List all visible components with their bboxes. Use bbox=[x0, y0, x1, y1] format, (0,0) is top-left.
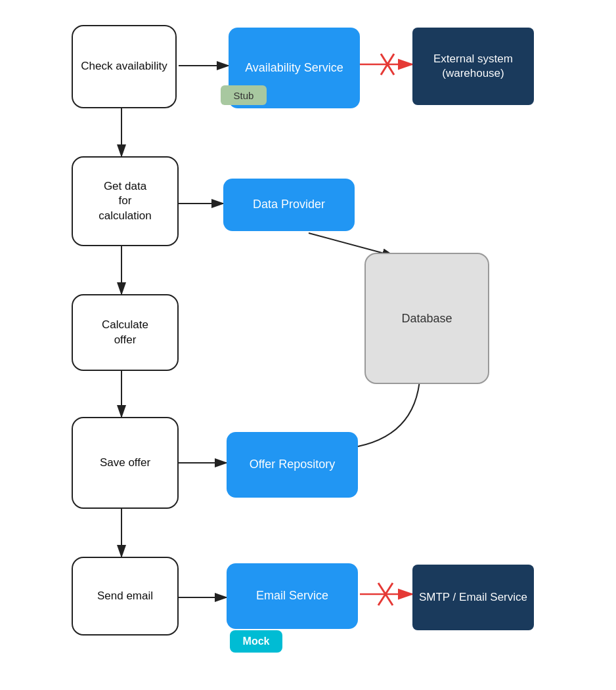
offer-repository-label: Offer Repository bbox=[250, 457, 336, 472]
calculate-offer-label: Calculateoffer bbox=[102, 318, 148, 347]
database-label: Database bbox=[401, 312, 452, 326]
save-offer-label: Save offer bbox=[100, 456, 150, 470]
smtp-label: SMTP / Email Service bbox=[419, 590, 527, 605]
svg-line-4 bbox=[381, 54, 394, 75]
data-provider-label: Data Provider bbox=[253, 197, 325, 212]
check-availability-label: Check availability bbox=[81, 59, 167, 74]
stub-label: Stub bbox=[234, 90, 254, 101]
mock-label: Mock bbox=[243, 636, 270, 647]
database-box: Database bbox=[364, 253, 489, 384]
save-offer-node: Save offer bbox=[72, 417, 179, 509]
svg-line-15 bbox=[378, 583, 393, 605]
calculate-offer-node: Calculateoffer bbox=[72, 294, 179, 371]
offer-repository-box: Offer Repository bbox=[227, 432, 358, 498]
stub-badge: Stub bbox=[221, 85, 267, 105]
diagram: Check availability Get dataforcalculatio… bbox=[0, 0, 616, 690]
email-service-box: Email Service bbox=[227, 563, 358, 629]
data-provider-box: Data Provider bbox=[223, 179, 355, 231]
send-email-label: Send email bbox=[97, 589, 153, 603]
svg-line-5 bbox=[381, 54, 394, 75]
email-service-label: Email Service bbox=[256, 588, 328, 603]
svg-line-16 bbox=[378, 583, 393, 605]
smtp-box: SMTP / Email Service bbox=[412, 565, 534, 630]
get-data-label: Get dataforcalculation bbox=[99, 179, 151, 223]
availability-service-label: Availability Service bbox=[245, 60, 343, 75]
external-warehouse-box: External system (warehouse) bbox=[412, 28, 534, 105]
check-availability-node: Check availability bbox=[72, 25, 177, 108]
mock-badge: Mock bbox=[230, 630, 282, 653]
send-email-node: Send email bbox=[72, 557, 179, 636]
external-warehouse-label: External system (warehouse) bbox=[412, 52, 534, 81]
get-data-node: Get dataforcalculation bbox=[72, 156, 179, 246]
